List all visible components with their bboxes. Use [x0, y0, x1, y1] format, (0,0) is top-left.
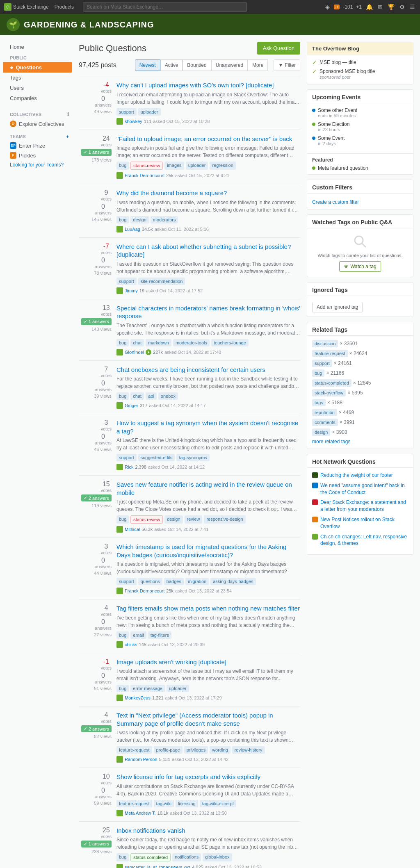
tag-support[interactable]: support	[116, 454, 137, 461]
user-name[interactable]: samcarter_is_at_topanswers.xyz	[125, 865, 190, 868]
add-ignored-tag-button[interactable]: Add an ignored tag	[312, 302, 363, 312]
new-team-icon[interactable]: +	[66, 134, 69, 139]
bell-icon[interactable]: 🔔	[365, 3, 374, 11]
tag-review[interactable]: review	[185, 515, 203, 524]
tag-images[interactable]: images	[164, 162, 184, 170]
user-name[interactable]: Mithical	[125, 527, 140, 532]
related-tag-bug[interactable]: bug	[312, 369, 324, 377]
tag-tag-wiki[interactable]: tag-wiki	[154, 800, 174, 807]
related-tag-design[interactable]: design	[312, 428, 330, 436]
tag-notifications[interactable]: notifications	[172, 853, 201, 861]
tag-moderators[interactable]: moderators	[151, 216, 178, 223]
sidebar-item-tags[interactable]: Tags	[7, 73, 72, 83]
tag-feature-request[interactable]: feature-request	[116, 746, 152, 754]
tag-uploader[interactable]: uploader	[167, 685, 189, 692]
ask-question-button[interactable]: Ask Question	[257, 42, 300, 55]
stackexchange-logo[interactable]: ⬡ Stack Exchange	[4, 3, 49, 11]
tag-licensing[interactable]: licensing	[176, 800, 198, 807]
question-title[interactable]: Where can I ask about whether subnetting…	[116, 243, 300, 259]
user-name[interactable]: chicks	[125, 642, 137, 647]
tag-bug[interactable]: bug	[116, 339, 129, 346]
tag-support[interactable]: support	[116, 578, 137, 585]
tag-moderator-tools[interactable]: moderator-tools	[173, 339, 210, 346]
hot-question-link[interactable]: Ch-ch-ch-changes: Left nav, responsive d…	[320, 533, 408, 547]
tag-teachers-lounge[interactable]: teachers-lounge	[211, 339, 249, 346]
tag-design[interactable]: design	[164, 515, 183, 524]
envelope-icon[interactable]: ✉	[377, 3, 383, 11]
filter-tab-active[interactable]: Active	[160, 59, 183, 71]
menu-icon[interactable]: ☰	[409, 3, 416, 11]
tag-email[interactable]: email	[130, 631, 146, 639]
sidebar-item-questions[interactable]: ● Questions	[3, 62, 72, 73]
looking-for-teams-link[interactable]: Looking for your Teams?	[7, 160, 72, 169]
tag-tag-synonyms[interactable]: tag-synonyms	[176, 454, 209, 461]
related-tag-discussion[interactable]: discussion	[312, 340, 338, 347]
user-name[interactable]: Meta Andrew T.	[125, 811, 156, 816]
tag-error-message[interactable]: error-message	[130, 685, 165, 692]
products-link[interactable]: Products	[52, 3, 76, 11]
hot-question-link[interactable]: Reducing the weight of our footer	[320, 472, 393, 479]
tag-bug[interactable]: bug	[116, 631, 129, 639]
tag-migration[interactable]: migration	[185, 578, 209, 585]
question-title[interactable]: Text in "Next privilege" (Access moderat…	[116, 711, 300, 727]
create-filter-link[interactable]: Create a custom filter	[312, 199, 408, 205]
tag-tag-filters[interactable]: tag-filters	[148, 631, 171, 639]
explore-collectives-item[interactable]: ⚙ Explore Collectives	[7, 118, 72, 129]
hot-question-link[interactable]: We need "assume good intent" back in the…	[320, 482, 408, 496]
tag-responsive-design[interactable]: responsive-design	[204, 515, 245, 524]
user-name[interactable]: Ginger	[125, 403, 138, 408]
user-name[interactable]: Random Person	[125, 757, 158, 762]
tag-tag-wiki-excerpt[interactable]: tag-wiki-excerpt	[200, 800, 236, 807]
tag-uploader[interactable]: uploader	[138, 108, 161, 116]
related-tag-support[interactable]: support	[312, 360, 332, 367]
filter-button[interactable]: ▼ Filter	[274, 59, 300, 71]
user-name[interactable]: Franck Dernoncourt	[125, 588, 164, 593]
info-icon[interactable]: ℹ	[67, 112, 69, 117]
tag-regression[interactable]: regression	[210, 162, 235, 170]
related-tag-stack-overflow[interactable]: stack-overflow	[312, 389, 346, 396]
filter-tab-newest[interactable]: Newest	[135, 59, 160, 71]
question-title[interactable]: Saves new feature notifier is acting wei…	[116, 481, 300, 497]
tag-wording[interactable]: wording	[210, 746, 231, 754]
question-title[interactable]: How to suggest a tag synonym when the sy…	[116, 419, 300, 435]
tag-profile-page[interactable]: profile-page	[154, 746, 183, 754]
related-tag-tags[interactable]: tags	[312, 399, 326, 406]
tag-bug[interactable]: bug	[116, 853, 129, 861]
team-enter-prize[interactable]: EP Enter Prize	[7, 141, 72, 150]
tag-global-inbox[interactable]: global-inbox	[203, 853, 232, 861]
hot-question-link[interactable]: New Post Notices rollout on Stack Overfl…	[320, 516, 408, 530]
related-tag-reputation[interactable]: reputation	[312, 409, 337, 416]
tag-badges[interactable]: badges	[164, 578, 184, 585]
filter-tab-bountied[interactable]: Bountied	[183, 59, 211, 71]
tag-uploader[interactable]: uploader	[186, 162, 208, 170]
question-title[interactable]: Why did the diamond become a square?	[116, 189, 300, 197]
question-title[interactable]: Inbox notifications vanish	[116, 827, 300, 835]
related-tag-feature-request[interactable]: feature-request	[312, 350, 348, 357]
tag-support[interactable]: support	[116, 108, 137, 116]
tag-suggested-edits[interactable]: suggested-edits	[138, 454, 175, 461]
tag-design[interactable]: design	[130, 216, 148, 223]
tag-review-history[interactable]: review-history	[232, 746, 265, 754]
tag-support[interactable]: support	[116, 278, 137, 285]
tag-chat[interactable]: chat	[130, 392, 144, 400]
tag-bug[interactable]: bug	[116, 216, 129, 223]
sidebar-item-home[interactable]: Home	[7, 42, 72, 52]
user-name[interactable]: showkey	[125, 119, 142, 124]
tag-bug[interactable]: bug	[116, 162, 129, 170]
more-related-tags-link[interactable]: more related tags	[312, 439, 350, 444]
tag-onebox[interactable]: onebox	[158, 392, 178, 400]
tag-feature-request[interactable]: feature-request	[116, 800, 152, 807]
tag-markdown[interactable]: markdown	[146, 339, 171, 346]
watch-tag-button[interactable]: 👁 Watch a tag	[339, 261, 381, 272]
user-name[interactable]: Franck Dernoncourt	[125, 173, 164, 178]
team-pickles[interactable]: P Pickles	[7, 150, 72, 160]
user-name[interactable]: Rick	[125, 465, 133, 469]
user-name[interactable]: Glorfindel	[125, 350, 144, 355]
tag-privileges[interactable]: privileges	[184, 746, 208, 754]
tag-bug[interactable]: bug	[116, 392, 129, 400]
question-title[interactable]: Chat oneboxes are being inconsistent for…	[116, 366, 300, 374]
tag-chat[interactable]: chat	[130, 339, 144, 346]
grid-icon[interactable]: ⚙	[399, 3, 406, 11]
filter-tab-unanswered[interactable]: Unanswered	[211, 59, 248, 71]
filter-tab-more[interactable]: More	[248, 59, 268, 71]
